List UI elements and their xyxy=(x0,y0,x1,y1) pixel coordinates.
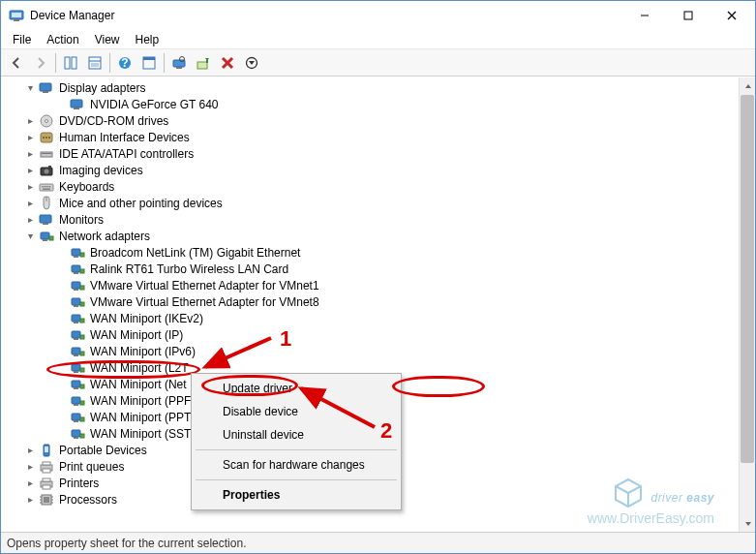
uninstall-device-button[interactable] xyxy=(216,51,239,75)
svg-rect-35 xyxy=(41,152,52,157)
scrollbar-down-button[interactable] xyxy=(740,515,755,532)
maximize-button[interactable] xyxy=(666,1,710,29)
net-icon xyxy=(70,327,85,343)
svg-rect-56 xyxy=(72,265,80,272)
svg-rect-28 xyxy=(74,108,79,109)
expand-icon[interactable]: ▸ xyxy=(22,196,38,211)
imaging-icon xyxy=(39,163,54,178)
keyboard-icon xyxy=(39,179,54,195)
expand-icon[interactable]: ▸ xyxy=(22,492,38,508)
back-button[interactable] xyxy=(5,51,28,75)
svg-rect-72 xyxy=(80,352,84,355)
action-pane-button[interactable] xyxy=(137,51,161,75)
svg-rect-20 xyxy=(197,62,207,69)
expand-icon[interactable]: ▸ xyxy=(22,146,38,162)
svg-rect-80 xyxy=(72,397,80,404)
device-node-display-adapters[interactable]: ▾Display adapters xyxy=(5,79,755,96)
status-text: Opens property sheet for the current sel… xyxy=(7,537,246,550)
device-node-ralink-rt61[interactable]: ▸Ralink RT61 Turbo Wireless LAN Card xyxy=(5,261,755,277)
disable-device-button[interactable] xyxy=(240,51,263,75)
svg-point-34 xyxy=(48,137,50,138)
device-node-nvidia-gt640[interactable]: ▸NVIDIA GeForce GT 640 xyxy=(5,96,755,112)
collapse-icon[interactable]: ▾ xyxy=(22,80,38,96)
collapse-icon[interactable]: ▾ xyxy=(22,229,38,244)
svg-rect-59 xyxy=(72,282,80,289)
net-icon xyxy=(70,344,85,359)
device-node-monitors[interactable]: ▸Monitors xyxy=(5,211,755,228)
gpu-icon xyxy=(70,97,85,112)
title-bar: Device Manager xyxy=(1,1,755,30)
expand-icon[interactable]: ▸ xyxy=(22,476,38,491)
device-label: Monitors xyxy=(57,213,106,227)
forward-button[interactable] xyxy=(29,51,52,75)
svg-rect-51 xyxy=(49,236,53,240)
device-node-wan-ipv6[interactable]: ▸WAN Miniport (IPv6) xyxy=(5,343,755,359)
show-hide-console-tree-button[interactable] xyxy=(59,51,82,75)
menu-file[interactable]: File xyxy=(5,31,39,48)
svg-rect-41 xyxy=(42,186,43,187)
net-icon xyxy=(70,360,85,376)
svg-rect-42 xyxy=(44,186,45,187)
context-menu-scan-hardware[interactable]: Scan for hardware changes xyxy=(194,453,399,477)
device-node-dvd-cdrom[interactable]: ▸DVD/CD-ROM drives xyxy=(5,112,755,129)
minimize-button[interactable] xyxy=(622,1,666,29)
mouse-icon xyxy=(39,196,54,211)
menu-view[interactable]: View xyxy=(87,31,128,48)
app-icon xyxy=(9,8,24,23)
device-label: WAN Miniport (SST xyxy=(88,427,193,441)
svg-rect-26 xyxy=(43,91,48,93)
context-menu-properties[interactable]: Properties xyxy=(194,483,399,507)
expand-icon[interactable]: ▸ xyxy=(22,130,38,145)
svg-rect-8 xyxy=(72,57,76,69)
help-button[interactable]: ? xyxy=(113,51,136,75)
cpu-icon xyxy=(39,492,54,508)
device-node-vmware-vmnet1[interactable]: ▸VMware Virtual Ethernet Adapter for VMn… xyxy=(5,277,755,293)
device-node-vmware-vmnet8[interactable]: ▸VMware Virtual Ethernet Adapter for VMn… xyxy=(5,293,755,310)
printer-icon xyxy=(39,476,54,491)
device-node-network-adapters[interactable]: ▾Network adapters xyxy=(5,228,755,244)
menu-action[interactable]: Action xyxy=(39,31,86,48)
close-button[interactable] xyxy=(710,1,753,29)
svg-rect-48 xyxy=(40,215,51,223)
svg-rect-86 xyxy=(72,430,80,437)
svg-rect-61 xyxy=(74,289,78,291)
update-driver-button[interactable] xyxy=(192,51,215,75)
device-node-wan-ikev2[interactable]: ▸WAN Miniport (IKEv2) xyxy=(5,310,755,326)
svg-rect-81 xyxy=(80,401,84,405)
scan-hardware-button[interactable] xyxy=(167,51,191,75)
properties-button[interactable] xyxy=(83,51,106,75)
svg-rect-53 xyxy=(72,249,80,256)
toolbar-separator xyxy=(109,53,110,73)
context-menu-disable-device[interactable]: Disable device xyxy=(194,400,399,423)
svg-rect-90 xyxy=(45,446,48,452)
svg-point-33 xyxy=(45,137,47,138)
expand-icon[interactable]: ▸ xyxy=(22,163,38,178)
svg-rect-18 xyxy=(176,67,182,69)
svg-text:?: ? xyxy=(121,55,128,69)
expand-icon[interactable]: ▸ xyxy=(22,459,38,475)
expand-icon[interactable]: ▸ xyxy=(22,212,38,228)
device-node-hid[interactable]: ▸Human Interface Devices xyxy=(5,129,755,145)
toolbar: ? xyxy=(1,49,755,77)
device-node-mice[interactable]: ▸Mice and other pointing devices xyxy=(5,195,755,211)
svg-rect-57 xyxy=(80,269,84,273)
expand-icon[interactable]: ▸ xyxy=(22,113,38,129)
device-node-wan-ip[interactable]: ▸WAN Miniport (IP) xyxy=(5,326,755,343)
net-icon xyxy=(70,311,85,326)
svg-rect-78 xyxy=(80,385,84,388)
vertical-scrollbar[interactable] xyxy=(739,77,755,532)
monitor-icon xyxy=(39,212,54,228)
device-node-ide[interactable]: ▸IDE ATA/ATAPI controllers xyxy=(5,145,755,162)
svg-rect-52 xyxy=(43,239,47,241)
device-node-keyboards[interactable]: ▸Keyboards xyxy=(5,178,755,195)
scrollbar-up-button[interactable] xyxy=(740,77,755,94)
context-menu-update-driver[interactable]: Update driver xyxy=(194,377,399,400)
device-node-broadcom-netlink[interactable]: ▸Broadcom NetLink (TM) Gigabit Ethernet xyxy=(5,244,755,261)
menu-help[interactable]: Help xyxy=(128,31,167,48)
expand-icon[interactable]: ▸ xyxy=(22,179,38,195)
device-node-imaging[interactable]: ▸Imaging devices xyxy=(5,162,755,178)
scrollbar-thumb[interactable] xyxy=(741,95,754,463)
device-label: WAN Miniport (PPF xyxy=(88,394,193,408)
context-menu-uninstall-device[interactable]: Uninstall device xyxy=(194,423,399,446)
expand-icon[interactable]: ▸ xyxy=(22,443,38,458)
